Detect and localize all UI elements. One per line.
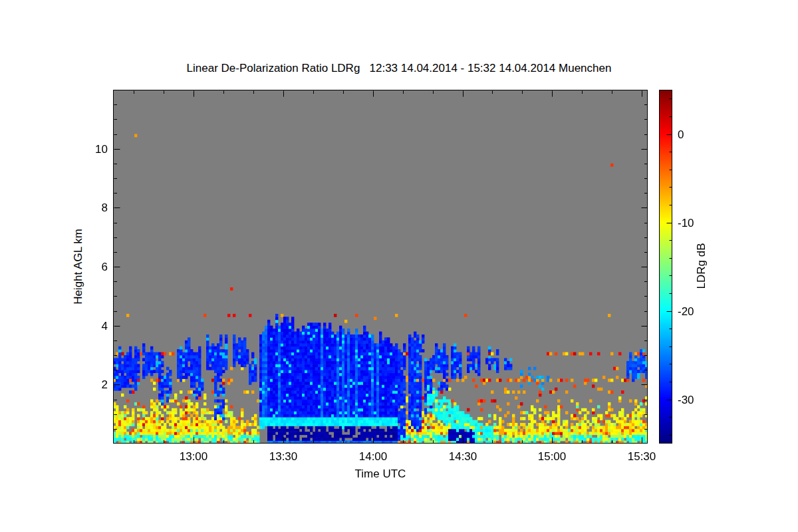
ldr-time-height-figure: Linear De-Polarization Ratio LDRg 12:33 … [0,0,798,532]
x-axis-label: Time UTC [340,467,420,481]
y-tick-label: 6 [73,261,108,274]
colorbar-tick-label: -10 [678,217,707,230]
x-tick-label: 13:30 [262,450,305,464]
x-tick-label: 15:30 [620,450,663,464]
colorbar-label: LDRg dB [696,226,708,306]
y-tick-label: 4 [73,320,108,333]
y-tick-label: 2 [73,378,108,392]
axes-canvas [0,0,798,532]
colorbar-tick-label: -30 [678,394,707,407]
colorbar-tick-label: -20 [678,305,707,319]
y-tick-label: 8 [73,201,108,215]
colorbar-tick-label: 0 [678,128,707,142]
x-tick-label: 13:00 [172,450,215,464]
x-tick-label: 14:00 [352,450,394,464]
y-tick-label: 10 [73,143,108,156]
x-tick-label: 15:00 [531,450,573,464]
x-tick-label: 14:30 [442,450,484,464]
